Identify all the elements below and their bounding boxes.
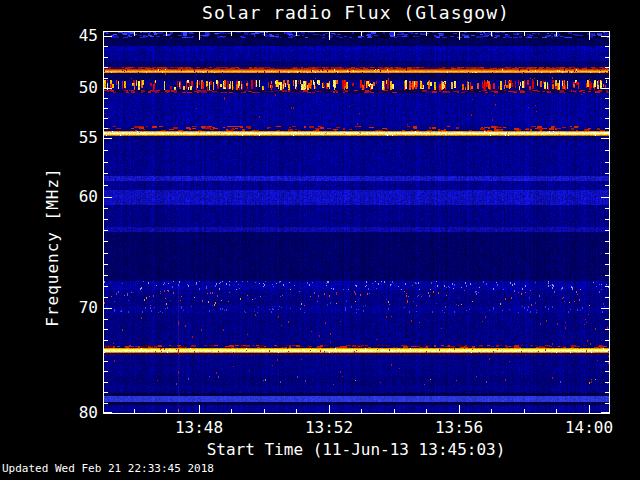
x-axis-title: Start Time (11-Jun-13 13:45:03) [207,441,506,458]
y-tick-label: 50 [79,80,98,96]
y-axis-title: Frequency [MHz] [45,167,61,327]
x-tick-label: 13:52 [305,420,353,436]
y-tick-label: 60 [79,189,98,205]
x-tick-label: 13:48 [175,420,223,436]
x-tick-label: 13:56 [435,420,483,436]
x-tick-label: 14:00 [565,420,613,436]
spectrogram-plot [103,31,610,414]
y-tick-label: 70 [79,300,98,316]
updated-timestamp: Updated Wed Feb 21 22:33:45 2018 [2,463,214,475]
y-tick-label: 80 [79,405,98,421]
y-tick-label: 45 [79,28,98,44]
chart-title: Solar radio Flux (Glasgow) [202,3,510,23]
spectrogram-window: Solar radio Flux (Glasgow) Frequency [MH… [0,0,640,480]
y-tick-label: 55 [79,130,98,146]
